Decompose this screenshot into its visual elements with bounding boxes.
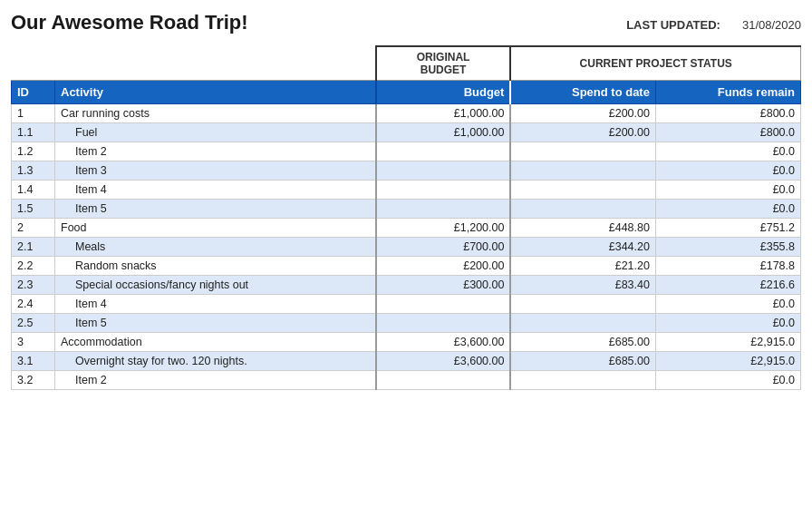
- cell-id: 2.5: [12, 314, 55, 333]
- col-header-id: ID: [12, 81, 55, 104]
- table-row: 1.2Item 2£0.0: [12, 142, 801, 161]
- cell-budget: [376, 142, 511, 161]
- cell-activity: Item 4: [55, 181, 376, 200]
- table-row: 2.4Item 4£0.0: [12, 295, 801, 314]
- cell-activity: Overnight stay for two. 120 nights.: [55, 352, 376, 371]
- budget-table: ORIGINALBUDGET CURRENT PROJECT STATUS ID…: [11, 45, 801, 390]
- cell-budget: £200.00: [376, 257, 511, 276]
- cell-id: 1.1: [12, 123, 55, 142]
- empty-header: [12, 46, 376, 81]
- cell-remain: £800.0: [655, 104, 800, 123]
- cell-activity: Item 4: [55, 295, 376, 314]
- cell-budget: [376, 314, 511, 333]
- cell-id: 1: [12, 104, 55, 123]
- col-header-activity: Activity: [55, 81, 376, 104]
- table-row: 1.5Item 5£0.0: [12, 200, 801, 219]
- cell-spend: [510, 314, 655, 333]
- last-updated-label: LAST UPDATED:: [626, 18, 720, 32]
- table-row: 2.3Special occasions/fancy nights out£30…: [12, 276, 801, 295]
- cell-spend: [510, 142, 655, 161]
- cell-budget: £1,200.00: [376, 219, 511, 238]
- cell-id: 2.4: [12, 295, 55, 314]
- cell-spend: £448.80: [510, 219, 655, 238]
- cell-id: 1.4: [12, 181, 55, 200]
- col-header-remain: Funds remain: [655, 81, 800, 104]
- cell-remain: £0.0: [655, 371, 800, 390]
- cell-budget: £1,000.00: [376, 123, 511, 142]
- table-row: 2.1Meals£700.00£344.20£355.8: [12, 238, 801, 257]
- cell-budget: £3,600.00: [376, 333, 511, 352]
- cell-id: 3.1: [12, 352, 55, 371]
- table-row: 3Accommodation£3,600.00£685.00£2,915.0: [12, 333, 801, 352]
- table-row: 3.1Overnight stay for two. 120 nights.£3…: [12, 352, 801, 371]
- cell-activity: Item 5: [55, 200, 376, 219]
- cell-id: 1.5: [12, 200, 55, 219]
- col-header-budget: Budget: [376, 81, 511, 104]
- cell-spend: £685.00: [510, 333, 655, 352]
- original-budget-header: ORIGINALBUDGET: [376, 46, 511, 81]
- cell-spend: £200.00: [510, 123, 655, 142]
- cell-budget: [376, 295, 511, 314]
- cell-remain: £0.0: [655, 142, 800, 161]
- table-row: 2.5Item 5£0.0: [12, 314, 801, 333]
- budget-table-wrapper: ORIGINALBUDGET CURRENT PROJECT STATUS ID…: [11, 45, 801, 390]
- cell-activity: Item 2: [55, 371, 376, 390]
- cell-id: 1.3: [12, 161, 55, 181]
- cell-spend: [510, 181, 655, 200]
- table-row: 2Food£1,200.00£448.80£751.2: [12, 219, 801, 238]
- cell-activity: Food: [55, 219, 376, 238]
- cell-activity: Accommodation: [55, 333, 376, 352]
- cell-activity: Car running costs: [55, 104, 376, 123]
- cell-budget: [376, 161, 511, 181]
- col-header-row: ID Activity Budget Spend to date Funds r…: [12, 81, 801, 104]
- cell-remain: £0.0: [655, 200, 800, 219]
- current-status-header: CURRENT PROJECT STATUS: [510, 46, 800, 81]
- cell-activity: Item 2: [55, 142, 376, 161]
- cell-budget: £3,600.00: [376, 352, 511, 371]
- table-row: 1.1Fuel£1,000.00£200.00£800.0: [12, 123, 801, 142]
- cell-id: 1.2: [12, 142, 55, 161]
- cell-activity: Item 3: [55, 161, 376, 181]
- last-updated-value: 31/08/2020: [742, 18, 801, 32]
- cell-activity: Fuel: [55, 123, 376, 142]
- cell-spend: £83.40: [510, 276, 655, 295]
- cell-remain: £178.8: [655, 257, 800, 276]
- cell-activity: Meals: [55, 238, 376, 257]
- cell-budget: £1,000.00: [376, 104, 511, 123]
- cell-remain: £0.0: [655, 314, 800, 333]
- cell-spend: [510, 200, 655, 219]
- cell-remain: £0.0: [655, 181, 800, 200]
- table-row: 3.2Item 2£0.0: [12, 371, 801, 390]
- cell-budget: [376, 371, 511, 390]
- col-header-spend: Spend to date: [510, 81, 655, 104]
- cell-spend: £344.20: [510, 238, 655, 257]
- cell-remain: £2,915.0: [655, 352, 800, 371]
- table-row: 1Car running costs£1,000.00£200.00£800.0: [12, 104, 801, 123]
- cell-id: 3: [12, 333, 55, 352]
- page-header: Our Awesome Road Trip! LAST UPDATED: 31/…: [11, 11, 801, 34]
- cell-id: 3.2: [12, 371, 55, 390]
- cell-remain: £800.0: [655, 123, 800, 142]
- cell-spend: [510, 371, 655, 390]
- table-row: 1.4Item 4£0.0: [12, 181, 801, 200]
- table-row: 1.3Item 3£0.0: [12, 161, 801, 181]
- cell-activity: Random snacks: [55, 257, 376, 276]
- cell-budget: £300.00: [376, 276, 511, 295]
- cell-activity: Special occasions/fancy nights out: [55, 276, 376, 295]
- page-title: Our Awesome Road Trip!: [11, 11, 626, 34]
- cell-spend: [510, 161, 655, 181]
- cell-id: 2.1: [12, 238, 55, 257]
- cell-spend: £21.20: [510, 257, 655, 276]
- cell-id: 2: [12, 219, 55, 238]
- cell-remain: £751.2: [655, 219, 800, 238]
- table-body: 1Car running costs£1,000.00£200.00£800.0…: [12, 104, 801, 390]
- cell-remain: £0.0: [655, 161, 800, 181]
- cell-spend: £685.00: [510, 352, 655, 371]
- cell-budget: [376, 181, 511, 200]
- group-header-row: ORIGINALBUDGET CURRENT PROJECT STATUS: [12, 46, 801, 81]
- cell-spend: £200.00: [510, 104, 655, 123]
- cell-remain: £355.8: [655, 238, 800, 257]
- cell-id: 2.2: [12, 257, 55, 276]
- cell-spend: [510, 295, 655, 314]
- cell-budget: £700.00: [376, 238, 511, 257]
